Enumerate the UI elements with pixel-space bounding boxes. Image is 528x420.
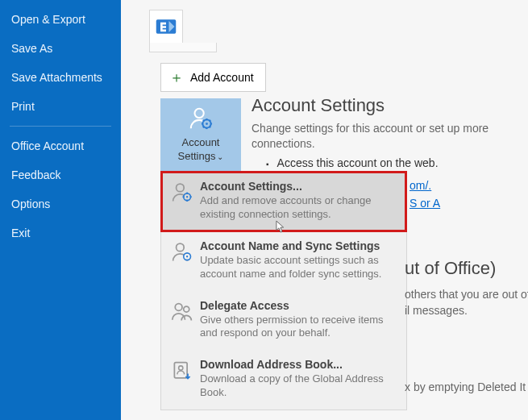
sidebar-item-print[interactable]: Print <box>0 92 121 121</box>
sidebar-item-save-as[interactable]: Save As <box>0 34 121 63</box>
as-button-line1: Account <box>182 136 220 148</box>
svg-point-23 <box>184 306 189 312</box>
menu-item-desc: Download a copy of the Global Address Bo… <box>200 372 397 400</box>
svg-line-9 <box>210 127 211 128</box>
account-settings-icon <box>189 106 213 133</box>
svg-line-8 <box>203 120 205 122</box>
menu-item-title: Account Settings... <box>200 180 397 193</box>
main-area: ＋ Add Account Account Settings⌄ Ac <box>121 0 528 420</box>
menu-item-title: Download Address Book... <box>200 358 397 371</box>
menu-item-desc: Add and remove accounts or change existi… <box>200 194 397 222</box>
menu-item-delegate-access[interactable]: Delegate Access Give others permission t… <box>161 291 406 351</box>
svg-point-25 <box>179 366 183 370</box>
sidebar-item-save-attachments[interactable]: Save Attachments <box>0 63 121 92</box>
as-button-line2: Settings <box>178 150 216 162</box>
link-fragment-1[interactable]: om/. <box>410 179 431 192</box>
sidebar-separator <box>10 126 111 127</box>
menu-item-account-settings[interactable]: Account Settings... Add and remove accou… <box>161 172 406 231</box>
sidebar-item-open-export[interactable]: Open & Export <box>0 5 121 34</box>
sidebar-item-feedback[interactable]: Feedback <box>0 160 121 189</box>
svg-line-10 <box>210 120 211 122</box>
sidebar-item-exit[interactable]: Exit <box>0 218 121 247</box>
menu-item-desc: Update basic account settings such as ac… <box>200 254 397 281</box>
person-gear-icon <box>171 241 195 281</box>
account-settings-dropdown-button[interactable]: Account Settings⌄ <box>160 98 241 171</box>
account-email-strip <box>149 43 217 52</box>
menu-item-download-address-book[interactable]: Download Address Book... Download a copy… <box>161 350 406 410</box>
bg-mailbox-text: x by emptying Deleted It <box>405 380 528 393</box>
backstage-sidebar: Open & Export Save As Save Attachments P… <box>0 0 121 420</box>
menu-item-title: Delegate Access <box>200 299 397 312</box>
chevron-down-icon: ⌄ <box>217 152 223 161</box>
svg-point-22 <box>175 303 182 310</box>
menu-item-desc: Give others permission to receive items … <box>200 314 397 341</box>
panel-subtitle: Change settings for this account or set … <box>252 121 526 152</box>
svg-point-3 <box>206 123 208 125</box>
account-badge-block <box>149 10 217 52</box>
link-fragment-2[interactable]: S or A <box>410 197 440 210</box>
menu-item-account-name-sync[interactable]: Account Name and Sync Settings Update ba… <box>161 231 406 291</box>
panel-bullet: Access this account on the web. <box>266 156 526 169</box>
svg-point-21 <box>186 256 188 257</box>
exchange-icon <box>149 10 183 44</box>
svg-point-1 <box>195 109 204 118</box>
account-settings-description: Account Settings Change settings for thi… <box>252 95 526 169</box>
add-account-button[interactable]: ＋ Add Account <box>160 63 266 92</box>
bg-ooo-desc: others that you are out of il messages. <box>405 287 528 318</box>
person-gear-icon <box>171 181 195 222</box>
account-settings-menu: Account Settings... Add and remove accou… <box>160 171 407 410</box>
sidebar-item-office-account[interactable]: Office Account <box>0 131 121 160</box>
svg-point-12 <box>177 184 185 192</box>
bg-ooo-title: ut of Office) <box>405 258 528 279</box>
sidebar-item-options[interactable]: Options <box>0 189 121 218</box>
bg-out-of-office: ut of Office) others that you are out of… <box>405 258 528 318</box>
add-account-label: Add Account <box>190 71 254 84</box>
menu-item-title: Account Name and Sync Settings <box>200 239 397 252</box>
panel-title: Account Settings <box>252 95 526 116</box>
svg-point-19 <box>177 243 185 252</box>
plus-icon: ＋ <box>169 70 184 85</box>
address-book-download-icon <box>171 360 195 400</box>
svg-point-14 <box>186 196 188 198</box>
delegate-icon <box>171 301 195 341</box>
svg-line-11 <box>203 127 205 128</box>
